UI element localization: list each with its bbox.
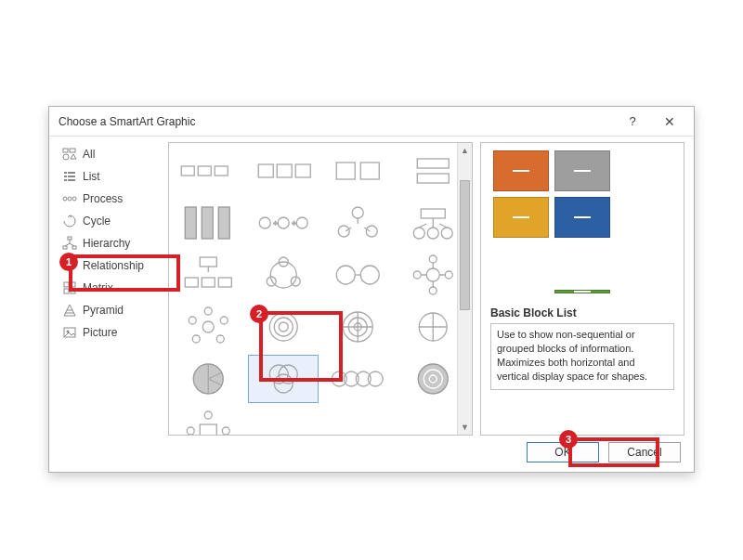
svg-point-57 bbox=[360, 266, 379, 284]
svg-rect-12 bbox=[68, 237, 72, 240]
layout-thumb[interactable] bbox=[248, 251, 319, 299]
preview-pane: Basic Block List Use to show non-sequent… bbox=[480, 142, 684, 436]
gallery-scrollbar[interactable]: ▲ ▼ bbox=[457, 143, 472, 435]
svg-point-68 bbox=[189, 317, 196, 324]
sidebar-item-label: Relationship bbox=[83, 259, 144, 272]
svg-point-43 bbox=[366, 226, 377, 237]
sidebar-item-label: Process bbox=[83, 192, 123, 205]
svg-rect-30 bbox=[360, 163, 379, 179]
svg-text:+: + bbox=[292, 219, 296, 228]
picture-icon bbox=[62, 325, 77, 340]
sidebar-item-label: Picture bbox=[83, 326, 117, 339]
layout-thumb[interactable] bbox=[173, 303, 244, 351]
svg-rect-14 bbox=[72, 246, 76, 249]
sidebar-item-cycle[interactable]: Cycle bbox=[59, 211, 161, 231]
pyramid-icon bbox=[62, 303, 77, 318]
svg-point-60 bbox=[445, 271, 452, 279]
close-button[interactable]: ✕ bbox=[651, 111, 688, 133]
layout-thumb[interactable] bbox=[322, 199, 394, 247]
layout-thumb[interactable] bbox=[248, 147, 319, 195]
svg-point-66 bbox=[216, 335, 224, 343]
svg-rect-8 bbox=[68, 179, 75, 181]
layout-thumb-selected[interactable] bbox=[248, 355, 319, 403]
layout-thumb[interactable] bbox=[248, 303, 319, 351]
svg-point-11 bbox=[72, 197, 76, 201]
svg-rect-51 bbox=[218, 278, 231, 287]
dialog-body: All List Process Cycle bbox=[49, 137, 694, 436]
preview-title: Basic Block List bbox=[490, 306, 674, 319]
svg-rect-5 bbox=[64, 176, 67, 177]
preview-block bbox=[493, 150, 549, 191]
layout-thumb[interactable] bbox=[173, 251, 244, 299]
svg-point-71 bbox=[279, 322, 288, 332]
ok-button[interactable]: OK bbox=[527, 442, 599, 462]
matrix-icon bbox=[62, 280, 77, 295]
smartart-dialog: Choose a SmartArt Graphic ? ✕ All List bbox=[48, 106, 695, 473]
svg-rect-49 bbox=[185, 278, 198, 287]
sidebar-item-all[interactable]: All bbox=[59, 144, 161, 164]
svg-rect-27 bbox=[277, 164, 292, 177]
layout-thumb[interactable] bbox=[173, 147, 244, 195]
cancel-button[interactable]: Cancel bbox=[608, 442, 681, 462]
svg-rect-7 bbox=[64, 179, 67, 181]
svg-point-56 bbox=[336, 266, 355, 284]
sidebar-item-pyramid[interactable]: Pyramid bbox=[59, 300, 161, 320]
layout-thumb[interactable] bbox=[173, 355, 244, 403]
svg-rect-3 bbox=[64, 172, 67, 174]
svg-rect-13 bbox=[63, 246, 67, 249]
titlebar: Choose a SmartArt Graphic ? ✕ bbox=[49, 107, 694, 137]
layout-thumb[interactable] bbox=[322, 251, 394, 299]
sidebar-item-hierarchy[interactable]: Hierarchy bbox=[59, 233, 161, 254]
svg-rect-50 bbox=[202, 278, 215, 287]
svg-rect-24 bbox=[198, 166, 211, 176]
svg-point-84 bbox=[418, 364, 448, 394]
list-icon bbox=[62, 169, 77, 184]
layout-thumb[interactable] bbox=[322, 147, 394, 195]
preview-description: Use to show non-sequential or grouped bl… bbox=[490, 323, 674, 390]
sidebar-item-matrix[interactable]: Matrix bbox=[59, 278, 161, 298]
sidebar-item-process[interactable]: Process bbox=[59, 189, 161, 209]
preview-block bbox=[554, 290, 610, 293]
svg-rect-28 bbox=[295, 164, 310, 177]
svg-point-47 bbox=[441, 228, 452, 239]
svg-point-62 bbox=[413, 271, 421, 279]
sidebar-item-label: List bbox=[83, 170, 100, 183]
svg-point-89 bbox=[222, 427, 229, 435]
svg-point-46 bbox=[427, 228, 438, 239]
svg-point-88 bbox=[204, 411, 212, 419]
relationship-icon bbox=[62, 258, 77, 273]
preview-block bbox=[554, 197, 610, 238]
process-icon bbox=[62, 191, 77, 206]
preview-block bbox=[554, 150, 610, 191]
layout-thumb[interactable] bbox=[322, 303, 394, 351]
svg-rect-35 bbox=[218, 207, 229, 239]
scroll-down-icon[interactable]: ▼ bbox=[458, 420, 472, 435]
all-icon bbox=[62, 147, 77, 162]
svg-rect-87 bbox=[200, 424, 216, 436]
svg-point-64 bbox=[204, 307, 212, 315]
help-button[interactable]: ? bbox=[614, 111, 651, 133]
preview-block bbox=[493, 197, 549, 238]
svg-point-40 bbox=[296, 217, 307, 228]
svg-rect-48 bbox=[200, 257, 216, 267]
svg-rect-29 bbox=[336, 163, 355, 179]
layout-thumb[interactable] bbox=[173, 199, 244, 247]
sidebar-item-label: Hierarchy bbox=[83, 237, 130, 250]
svg-rect-6 bbox=[68, 176, 75, 177]
sidebar-item-picture[interactable]: Picture bbox=[59, 322, 161, 343]
layout-thumb[interactable] bbox=[173, 407, 244, 436]
sidebar-item-label: All bbox=[83, 148, 95, 161]
svg-rect-31 bbox=[417, 159, 449, 168]
layout-gallery: ++ ▲ bbox=[168, 142, 473, 436]
layout-thumb[interactable] bbox=[322, 355, 394, 403]
svg-rect-17 bbox=[64, 282, 69, 287]
layout-thumb[interactable]: ++ bbox=[248, 199, 319, 247]
sidebar-item-relationship[interactable]: Relationship bbox=[59, 255, 161, 276]
svg-rect-44 bbox=[421, 209, 445, 218]
svg-point-36 bbox=[259, 217, 270, 228]
sidebar-item-list[interactable]: List bbox=[59, 166, 161, 187]
svg-rect-4 bbox=[68, 172, 75, 174]
scroll-thumb[interactable] bbox=[460, 180, 470, 310]
svg-rect-25 bbox=[215, 166, 228, 176]
scroll-up-icon[interactable]: ▲ bbox=[458, 143, 472, 158]
